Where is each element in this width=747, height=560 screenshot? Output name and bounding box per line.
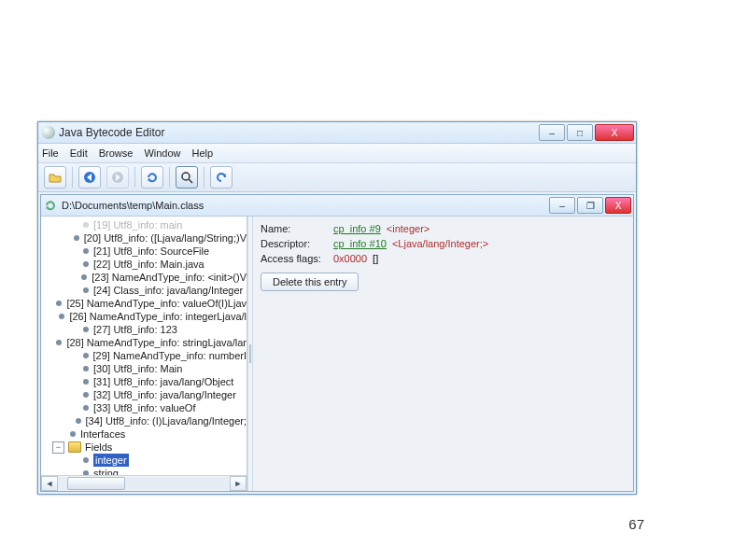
svg-line-3	[189, 179, 192, 183]
forward-button[interactable]	[106, 166, 129, 189]
app-window: Java Bytecode Editor – □ X File Edit Bro…	[37, 121, 637, 495]
folder-open-icon	[49, 171, 62, 184]
undo-icon	[215, 171, 228, 184]
scroll-track[interactable]	[58, 477, 230, 490]
value-name: <integer>	[387, 223, 430, 234]
tree-item[interactable]: [34] Utf8_info: (I)Ljava/lang/Integer;	[86, 414, 247, 427]
back-button[interactable]	[78, 166, 101, 189]
tree-field-string[interactable]: string	[93, 467, 119, 475]
scroll-left-button[interactable]: ◄	[41, 476, 58, 491]
value-access-flags-list: []	[373, 253, 378, 264]
menu-help[interactable]: Help	[192, 147, 214, 159]
tree-item[interactable]: [22] Utf8_info: Main.java	[93, 258, 204, 271]
tree-field-integer[interactable]: integer	[93, 454, 129, 467]
tree-item[interactable]: [19] Utf8_info: main	[93, 218, 182, 231]
tree-interfaces[interactable]: Interfaces	[80, 427, 125, 441]
class-tree[interactable]: [19] Utf8_info: main [20] Utf8_info: ([L…	[41, 217, 247, 475]
menubar: File Edit Browse Window Help	[38, 144, 636, 163]
page-number: 67	[628, 516, 644, 532]
delete-entry-button[interactable]: Delete this entry	[261, 273, 359, 291]
label-descriptor: Descriptor:	[261, 238, 333, 249]
window-title: Java Bytecode Editor	[59, 126, 537, 139]
tree-item[interactable]: [21] Utf8_info: SourceFile	[93, 245, 209, 258]
label-access-flags: Access flags:	[261, 253, 333, 264]
collapse-icon[interactable]: −	[52, 441, 64, 454]
menu-browse[interactable]: Browse	[99, 147, 134, 159]
refresh-icon	[146, 171, 159, 184]
tree-item[interactable]: [26] NameAndType_info: integerLjava/l	[69, 310, 247, 323]
value-descriptor: <Ljava/lang/Integer;>	[392, 238, 488, 249]
open-button[interactable]	[44, 166, 66, 189]
horizontal-scrollbar[interactable]: ◄ ►	[41, 475, 247, 491]
tree-item[interactable]: [32] Utf8_info: java/lang/Integer	[93, 388, 236, 401]
tree-item[interactable]: [30] Utf8_info: Main	[93, 362, 182, 375]
label-name: Name:	[261, 223, 333, 234]
detail-panel: Name: cp_info #9 <integer> Descriptor: c…	[253, 217, 633, 491]
tree-item[interactable]: [24] Class_info: java/lang/Integer	[93, 284, 243, 297]
folder-icon	[68, 441, 81, 453]
tree-item[interactable]: [31] Utf8_info: java/lang/Object	[93, 375, 233, 388]
svg-point-2	[182, 173, 190, 180]
document-window: D:\Documents\temp\Main.class – ❐ X [19] …	[40, 194, 634, 492]
tree-item[interactable]: [29] NameAndType_info: numberI	[93, 349, 247, 362]
close-button[interactable]: X	[595, 124, 634, 141]
arrow-left-icon	[83, 171, 96, 184]
reload-icon	[44, 199, 57, 212]
document-titlebar[interactable]: D:\Documents\temp\Main.class – ❐ X	[41, 195, 633, 217]
toolbar	[38, 163, 636, 192]
scroll-thumb[interactable]	[67, 477, 125, 490]
doc-close-button[interactable]: X	[605, 197, 631, 214]
maximize-button[interactable]: □	[567, 124, 593, 141]
tree-item[interactable]: [27] Utf8_info: 123	[93, 323, 177, 336]
tree-panel: [19] Utf8_info: main [20] Utf8_info: ([L…	[41, 217, 247, 491]
refresh-button[interactable]	[141, 166, 163, 189]
menu-window[interactable]: Window	[144, 147, 180, 159]
menu-edit[interactable]: Edit	[70, 147, 88, 159]
doc-restore-button[interactable]: ❐	[577, 197, 603, 214]
tree-item[interactable]: [20] Utf8_info: ([Ljava/lang/String;)V	[84, 231, 247, 245]
tree-item[interactable]: [28] NameAndType_info: stringLjava/lar	[66, 336, 247, 349]
menu-file[interactable]: File	[42, 147, 59, 159]
link-name-cp[interactable]: cp_info #9	[333, 223, 381, 234]
value-access-flags: 0x0000	[333, 253, 367, 264]
titlebar[interactable]: Java Bytecode Editor – □ X	[38, 122, 636, 144]
arrow-right-icon	[111, 171, 124, 184]
app-icon	[42, 126, 55, 139]
magnifier-icon	[180, 171, 193, 184]
scroll-right-button[interactable]: ►	[230, 476, 247, 491]
doc-minimize-button[interactable]: –	[549, 197, 575, 214]
tree-item[interactable]: [25] NameAndType_info: valueOf(I)Ljav	[66, 297, 247, 310]
tree-item[interactable]: [23] NameAndType_info: <init>()V	[92, 271, 247, 284]
minimize-button[interactable]: –	[539, 124, 565, 141]
reset-button[interactable]	[210, 166, 233, 189]
tree-fields[interactable]: Fields	[85, 441, 112, 454]
search-button[interactable]	[176, 166, 198, 189]
link-desc-cp[interactable]: cp_info #10	[333, 238, 387, 249]
tree-item[interactable]: [33] Utf8_info: valueOf	[93, 401, 195, 414]
document-title: D:\Documents\temp\Main.class	[60, 200, 547, 211]
